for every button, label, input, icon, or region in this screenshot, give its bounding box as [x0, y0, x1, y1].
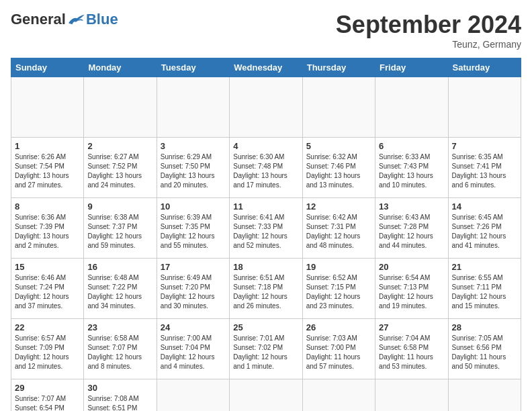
calendar-cell — [448, 379, 521, 412]
cell-info: Sunrise: 6:57 AM Sunset: 7:09 PM Dayligh… — [15, 334, 80, 371]
calendar-cell: 16Sunrise: 6:48 AM Sunset: 7:22 PM Dayli… — [84, 259, 157, 319]
calendar-week-row: 8Sunrise: 6:36 AM Sunset: 7:39 PM Daylig… — [11, 198, 521, 259]
cell-info: Sunrise: 7:00 AM Sunset: 7:04 PM Dayligh… — [161, 334, 226, 371]
calendar-cell — [157, 379, 229, 412]
day-number: 18 — [233, 262, 298, 272]
day-number: 19 — [306, 262, 371, 272]
day-number: 9 — [87, 201, 152, 212]
calendar-cell — [448, 77, 521, 138]
day-number: 13 — [379, 201, 444, 212]
cell-info: Sunrise: 7:03 AM Sunset: 7:00 PM Dayligh… — [306, 334, 371, 371]
calendar-cell: 20Sunrise: 6:54 AM Sunset: 7:13 PM Dayli… — [375, 259, 448, 319]
header-cell-thursday: Thursday — [302, 58, 375, 77]
cell-info: Sunrise: 6:27 AM Sunset: 7:52 PM Dayligh… — [87, 152, 152, 190]
calendar-cell — [302, 379, 375, 412]
cell-info: Sunrise: 6:51 AM Sunset: 7:18 PM Dayligh… — [233, 273, 298, 311]
day-number: 22 — [15, 322, 80, 332]
cell-info: Sunrise: 7:01 AM Sunset: 7:02 PM Dayligh… — [233, 334, 298, 371]
day-number: 15 — [15, 262, 80, 272]
cell-info: Sunrise: 6:30 AM Sunset: 7:48 PM Dayligh… — [233, 152, 298, 190]
title-block: September 2024 Teunz, Germany — [336, 11, 521, 50]
calendar-cell: 27Sunrise: 7:04 AM Sunset: 6:58 PM Dayli… — [375, 319, 448, 379]
calendar-cell: 22Sunrise: 6:57 AM Sunset: 7:09 PM Dayli… — [11, 319, 84, 379]
calendar-cell: 29Sunrise: 7:07 AM Sunset: 6:54 PM Dayli… — [11, 379, 84, 412]
day-number: 27 — [379, 322, 444, 332]
cell-info: Sunrise: 7:07 AM Sunset: 6:54 PM Dayligh… — [15, 394, 80, 411]
calendar-cell: 10Sunrise: 6:39 AM Sunset: 7:35 PM Dayli… — [157, 198, 229, 259]
calendar-week-row — [11, 77, 521, 138]
calendar-cell: 3Sunrise: 6:29 AM Sunset: 7:50 PM Daylig… — [157, 138, 229, 198]
calendar-cell — [302, 77, 375, 138]
cell-info: Sunrise: 6:42 AM Sunset: 7:31 PM Dayligh… — [306, 213, 371, 250]
cell-info: Sunrise: 6:54 AM Sunset: 7:13 PM Dayligh… — [379, 273, 444, 311]
calendar-cell: 28Sunrise: 7:05 AM Sunset: 6:56 PM Dayli… — [448, 319, 521, 379]
day-number: 23 — [87, 322, 152, 332]
calendar-cell: 4Sunrise: 6:30 AM Sunset: 7:48 PM Daylig… — [230, 138, 302, 198]
calendar-cell: 7Sunrise: 6:35 AM Sunset: 7:41 PM Daylig… — [448, 138, 521, 198]
calendar-cell: 17Sunrise: 6:49 AM Sunset: 7:20 PM Dayli… — [157, 259, 229, 319]
cell-info: Sunrise: 6:58 AM Sunset: 7:07 PM Dayligh… — [87, 334, 152, 371]
calendar-week-row: 29Sunrise: 7:07 AM Sunset: 6:54 PM Dayli… — [11, 379, 521, 412]
calendar-cell: 25Sunrise: 7:01 AM Sunset: 7:02 PM Dayli… — [230, 319, 302, 379]
header-cell-tuesday: Tuesday — [157, 58, 229, 77]
day-number: 10 — [161, 201, 226, 212]
calendar-cell: 14Sunrise: 6:45 AM Sunset: 7:26 PM Dayli… — [448, 198, 521, 259]
calendar-cell — [11, 77, 84, 138]
cell-info: Sunrise: 6:45 AM Sunset: 7:26 PM Dayligh… — [452, 213, 517, 250]
header-cell-monday: Monday — [84, 58, 157, 77]
calendar-week-row: 22Sunrise: 6:57 AM Sunset: 7:09 PM Dayli… — [11, 319, 521, 379]
day-number: 6 — [379, 141, 444, 151]
calendar-cell: 13Sunrise: 6:43 AM Sunset: 7:28 PM Dayli… — [375, 198, 448, 259]
logo: General Blue — [11, 11, 118, 28]
day-number: 29 — [15, 383, 80, 393]
calendar-week-row: 15Sunrise: 6:46 AM Sunset: 7:24 PM Dayli… — [11, 259, 521, 319]
day-number: 30 — [87, 383, 152, 393]
cell-info: Sunrise: 6:33 AM Sunset: 7:43 PM Dayligh… — [379, 152, 444, 190]
day-number: 3 — [161, 141, 226, 151]
cell-info: Sunrise: 6:52 AM Sunset: 7:15 PM Dayligh… — [306, 273, 371, 311]
cell-info: Sunrise: 6:29 AM Sunset: 7:50 PM Dayligh… — [161, 152, 226, 190]
cell-info: Sunrise: 6:48 AM Sunset: 7:22 PM Dayligh… — [87, 273, 152, 311]
calendar-cell: 8Sunrise: 6:36 AM Sunset: 7:39 PM Daylig… — [11, 198, 84, 259]
logo-bird-icon — [67, 12, 86, 27]
calendar-cell: 6Sunrise: 6:33 AM Sunset: 7:43 PM Daylig… — [375, 138, 448, 198]
cell-info: Sunrise: 7:05 AM Sunset: 6:56 PM Dayligh… — [452, 334, 517, 371]
calendar-cell — [375, 379, 448, 412]
cell-info: Sunrise: 6:26 AM Sunset: 7:54 PM Dayligh… — [15, 152, 80, 190]
cell-info: Sunrise: 6:41 AM Sunset: 7:33 PM Dayligh… — [233, 213, 298, 250]
day-number: 14 — [452, 201, 517, 212]
calendar-table: SundayMondayTuesdayWednesdayThursdayFrid… — [11, 58, 521, 411]
calendar-cell: 23Sunrise: 6:58 AM Sunset: 7:07 PM Dayli… — [84, 319, 157, 379]
day-number: 20 — [379, 262, 444, 272]
day-number: 4 — [233, 141, 298, 151]
calendar-cell — [375, 77, 448, 138]
day-number: 16 — [87, 262, 152, 272]
cell-info: Sunrise: 6:36 AM Sunset: 7:39 PM Dayligh… — [15, 213, 80, 250]
cell-info: Sunrise: 6:46 AM Sunset: 7:24 PM Dayligh… — [15, 273, 80, 311]
calendar-header-row: SundayMondayTuesdayWednesdayThursdayFrid… — [11, 58, 521, 77]
day-number: 17 — [161, 262, 226, 272]
calendar-cell: 5Sunrise: 6:32 AM Sunset: 7:46 PM Daylig… — [302, 138, 375, 198]
calendar-cell: 18Sunrise: 6:51 AM Sunset: 7:18 PM Dayli… — [230, 259, 302, 319]
header-cell-wednesday: Wednesday — [230, 58, 302, 77]
calendar-cell: 15Sunrise: 6:46 AM Sunset: 7:24 PM Dayli… — [11, 259, 84, 319]
calendar-cell: 12Sunrise: 6:42 AM Sunset: 7:31 PM Dayli… — [302, 198, 375, 259]
header-cell-saturday: Saturday — [448, 58, 521, 77]
location-text: Teunz, Germany — [336, 39, 521, 50]
logo-general-text: General — [11, 11, 66, 28]
header-cell-sunday: Sunday — [11, 58, 84, 77]
cell-info: Sunrise: 6:38 AM Sunset: 7:37 PM Dayligh… — [87, 213, 152, 250]
calendar-cell: 30Sunrise: 7:08 AM Sunset: 6:51 PM Dayli… — [84, 379, 157, 412]
day-number: 26 — [306, 322, 371, 332]
cell-info: Sunrise: 7:08 AM Sunset: 6:51 PM Dayligh… — [87, 394, 152, 411]
calendar-cell: 21Sunrise: 6:55 AM Sunset: 7:11 PM Dayli… — [448, 259, 521, 319]
cell-info: Sunrise: 6:39 AM Sunset: 7:35 PM Dayligh… — [161, 213, 226, 250]
day-number: 5 — [306, 141, 371, 151]
day-number: 28 — [452, 322, 517, 332]
cell-info: Sunrise: 7:04 AM Sunset: 6:58 PM Dayligh… — [379, 334, 444, 371]
month-title: September 2024 — [336, 11, 521, 39]
day-number: 12 — [306, 201, 371, 212]
day-number: 2 — [87, 141, 152, 151]
cell-info: Sunrise: 6:55 AM Sunset: 7:11 PM Dayligh… — [452, 273, 517, 311]
calendar-week-row: 1Sunrise: 6:26 AM Sunset: 7:54 PM Daylig… — [11, 138, 521, 198]
